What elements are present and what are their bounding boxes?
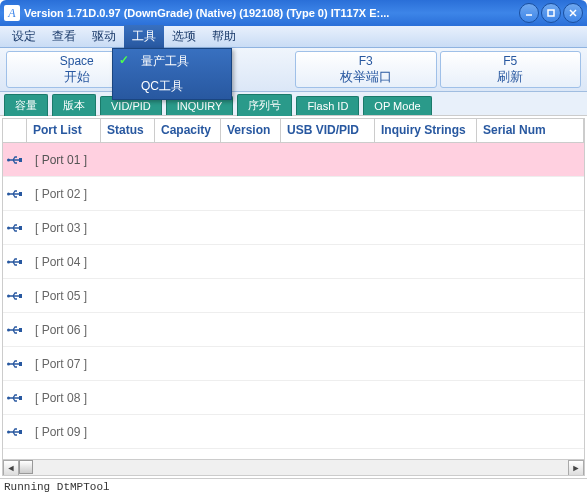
menu-tools[interactable]: 工具 bbox=[124, 25, 164, 48]
port-cell: [ Port 02 ] bbox=[27, 187, 95, 201]
table-row[interactable]: [ Port 06 ] bbox=[3, 313, 584, 347]
table-row[interactable]: [ Port 04 ] bbox=[3, 245, 584, 279]
toolbar-label: 刷新 bbox=[497, 68, 523, 86]
scroll-thumb[interactable] bbox=[19, 460, 33, 474]
th-icon bbox=[3, 119, 27, 142]
toolbar-label: 枚举端口 bbox=[340, 68, 392, 86]
statusbar: Running DtMPTool bbox=[0, 478, 587, 496]
tab-serial[interactable]: 序列号 bbox=[237, 94, 292, 116]
svg-point-12 bbox=[7, 294, 10, 297]
menu-options[interactable]: 选项 bbox=[164, 25, 204, 48]
th-status[interactable]: Status bbox=[101, 119, 155, 142]
th-vidpid[interactable]: USB VID/PID bbox=[281, 119, 375, 142]
usb-icon bbox=[3, 291, 27, 301]
svg-point-16 bbox=[7, 362, 10, 365]
table-row[interactable]: [ Port 08 ] bbox=[3, 381, 584, 415]
table-header: Port List Status Capacity Version USB VI… bbox=[3, 119, 584, 143]
minimize-button[interactable] bbox=[519, 3, 539, 23]
svg-rect-9 bbox=[19, 226, 22, 230]
toolbar-key: F3 bbox=[359, 54, 373, 68]
toolbar-key: Space bbox=[60, 54, 94, 68]
port-cell: [ Port 06 ] bbox=[27, 323, 95, 337]
svg-rect-17 bbox=[19, 362, 22, 366]
table-row[interactable]: [ Port 07 ] bbox=[3, 347, 584, 381]
svg-point-14 bbox=[7, 328, 10, 331]
toolbar: Space 开始 F3 枚举端口 F5 刷新 bbox=[0, 48, 587, 92]
svg-rect-1 bbox=[548, 10, 554, 16]
usb-icon bbox=[3, 223, 27, 233]
svg-rect-11 bbox=[19, 260, 22, 264]
dropdown-item-label: 量产工具 bbox=[141, 54, 189, 68]
scroll-left-button[interactable]: ◄ bbox=[3, 460, 19, 476]
menu-settings[interactable]: 设定 bbox=[4, 25, 44, 48]
port-cell: [ Port 09 ] bbox=[27, 425, 95, 439]
table-row[interactable]: [ Port 03 ] bbox=[3, 211, 584, 245]
table-row[interactable]: [ Port 01 ] bbox=[3, 143, 584, 177]
toolbar-key: F5 bbox=[503, 54, 517, 68]
usb-icon bbox=[3, 325, 27, 335]
port-cell: [ Port 07 ] bbox=[27, 357, 95, 371]
scroll-track[interactable] bbox=[19, 460, 568, 475]
usb-icon bbox=[3, 393, 27, 403]
tab-version[interactable]: 版本 bbox=[52, 94, 96, 116]
titlebar: A Version 1.71D.0.97 (DownGrade) (Native… bbox=[0, 0, 587, 26]
svg-rect-7 bbox=[19, 192, 22, 196]
svg-point-18 bbox=[7, 396, 10, 399]
port-cell: [ Port 05 ] bbox=[27, 289, 95, 303]
tools-dropdown: ✓ 量产工具 QC工具 bbox=[112, 48, 232, 100]
horizontal-scrollbar[interactable]: ◄ ► bbox=[3, 459, 584, 475]
menu-help[interactable]: 帮助 bbox=[204, 25, 244, 48]
svg-rect-5 bbox=[19, 158, 22, 162]
toolbar-refresh-button[interactable]: F5 刷新 bbox=[440, 51, 582, 88]
tab-flashid[interactable]: Flash ID bbox=[296, 96, 359, 115]
svg-point-4 bbox=[7, 158, 10, 161]
table-row[interactable]: [ Port 09 ] bbox=[3, 415, 584, 449]
tabstrip: 容量 版本 VID/PID INQUIRY 序列号 Flash ID OP Mo… bbox=[0, 92, 587, 116]
th-capacity[interactable]: Capacity bbox=[155, 119, 221, 142]
scroll-right-button[interactable]: ► bbox=[568, 460, 584, 476]
dropdown-item-label: QC工具 bbox=[141, 79, 183, 93]
menu-driver[interactable]: 驱动 bbox=[84, 25, 124, 48]
tab-opmode[interactable]: OP Mode bbox=[363, 96, 431, 115]
table-container: Port List Status Capacity Version USB VI… bbox=[2, 118, 585, 476]
menu-view[interactable]: 查看 bbox=[44, 25, 84, 48]
th-version[interactable]: Version bbox=[221, 119, 281, 142]
app-icon: A bbox=[4, 5, 20, 21]
table-body: [ Port 01 ][ Port 02 ][ Port 03 ][ Port … bbox=[3, 143, 584, 449]
svg-point-10 bbox=[7, 260, 10, 263]
svg-rect-15 bbox=[19, 328, 22, 332]
port-cell: [ Port 04 ] bbox=[27, 255, 95, 269]
port-cell: [ Port 08 ] bbox=[27, 391, 95, 405]
table-row[interactable]: [ Port 02 ] bbox=[3, 177, 584, 211]
table-row[interactable]: [ Port 05 ] bbox=[3, 279, 584, 313]
svg-rect-13 bbox=[19, 294, 22, 298]
usb-icon bbox=[3, 257, 27, 267]
th-inquiry[interactable]: Inquiry Strings bbox=[375, 119, 477, 142]
port-cell: [ Port 03 ] bbox=[27, 221, 95, 235]
th-portlist[interactable]: Port List bbox=[27, 119, 101, 142]
dropdown-item-qctool[interactable]: QC工具 bbox=[113, 74, 231, 99]
usb-icon bbox=[3, 189, 27, 199]
close-button[interactable] bbox=[563, 3, 583, 23]
svg-rect-21 bbox=[19, 430, 22, 434]
toolbar-enum-button[interactable]: F3 枚举端口 bbox=[295, 51, 437, 88]
th-serial[interactable]: Serial Num bbox=[477, 119, 584, 142]
toolbar-label: 开始 bbox=[64, 68, 90, 86]
tab-capacity[interactable]: 容量 bbox=[4, 94, 48, 116]
svg-point-8 bbox=[7, 226, 10, 229]
dropdown-item-mptool[interactable]: ✓ 量产工具 bbox=[113, 49, 231, 74]
maximize-button[interactable] bbox=[541, 3, 561, 23]
usb-icon bbox=[3, 427, 27, 437]
window-title: Version 1.71D.0.97 (DownGrade) (Native) … bbox=[24, 7, 519, 19]
window-controls bbox=[519, 3, 583, 23]
svg-point-6 bbox=[7, 192, 10, 195]
usb-icon bbox=[3, 359, 27, 369]
usb-icon bbox=[3, 155, 27, 165]
check-icon: ✓ bbox=[119, 53, 129, 67]
svg-rect-19 bbox=[19, 396, 22, 400]
menubar: 设定 查看 驱动 工具 选项 帮助 bbox=[0, 26, 587, 48]
svg-point-20 bbox=[7, 430, 10, 433]
port-cell: [ Port 01 ] bbox=[27, 153, 95, 167]
